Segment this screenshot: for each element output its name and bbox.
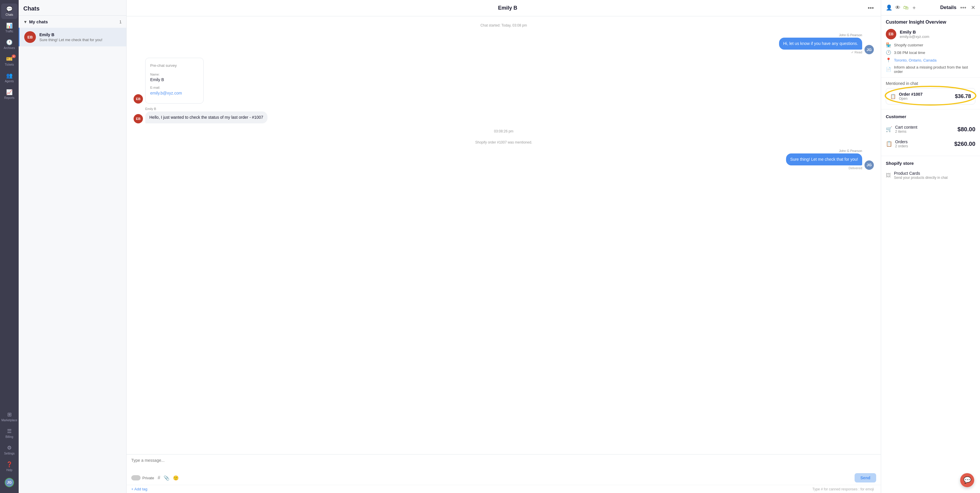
- sidebar-item-traffic[interactable]: 📊 Traffic: [1, 20, 18, 36]
- chat-name: Emily B: [40, 32, 122, 37]
- eye-icon[interactable]: 👁: [895, 5, 900, 11]
- survey-email-label: E-mail:: [150, 85, 199, 90]
- sidebar-item-reports[interactable]: 📈 Reports: [1, 87, 18, 102]
- chat-info: Emily B Sure thing! Let me check that fo…: [40, 32, 122, 42]
- attachment-icon[interactable]: 📎: [164, 475, 169, 481]
- survey-title: Pre-chat survey: [150, 63, 199, 68]
- chat-list-item[interactable]: EB Emily B Sure thing! Let me check that…: [19, 28, 126, 46]
- more-options-button[interactable]: •••: [868, 5, 874, 11]
- archives-icon: 🕐: [6, 39, 13, 46]
- order-icon: 📋: [890, 94, 896, 99]
- product-cards-icon: 🖼: [886, 172, 891, 178]
- sidebar-item-help[interactable]: ❓ Help: [1, 459, 18, 474]
- product-cards-row[interactable]: 🖼 Product Cards Send your products direc…: [886, 169, 975, 182]
- sidebar-item-label: Agents: [5, 80, 14, 83]
- local-time-row: 🕐 3:08 PM local time: [881, 49, 980, 56]
- add-icon[interactable]: ＋: [912, 4, 917, 11]
- message-content: John G Pearson Sure thing! Let me check …: [786, 149, 862, 170]
- chat-list-panel: Chats ▼ My chats 1 EB Emily B Sure thing…: [19, 0, 127, 493]
- sidebar-item-agents[interactable]: 👥 Agents: [1, 70, 18, 86]
- message-content: Pre-chat survey Name: Emily B E-mail: em…: [145, 58, 204, 103]
- shopify-customer-row: 🏪 Shopify customer: [881, 41, 980, 49]
- emoji-icon[interactable]: 🙂: [173, 475, 179, 481]
- message-bubble: Hi, let us know if you have any question…: [779, 38, 862, 49]
- my-chats-header[interactable]: ▼ My chats 1: [19, 16, 126, 28]
- chats-icon: 💬: [6, 6, 13, 12]
- sidebar-item-billing[interactable]: ☰ Billing: [1, 426, 18, 441]
- marketplace-icon: ⊞: [7, 411, 12, 418]
- order-amount: $36.78: [955, 93, 971, 100]
- local-time-label: 3:08 PM local time: [894, 51, 925, 55]
- survey-bubble: Pre-chat survey Name: Emily B E-mail: em…: [145, 58, 204, 103]
- agents-icon: 👥: [6, 72, 13, 79]
- toggle-switch[interactable]: [131, 475, 141, 480]
- sidebar-item-label: Traffic: [5, 30, 13, 33]
- customer-metrics-section: Customer 🛒 Cart content 2 items $80.00 📋…: [881, 112, 980, 153]
- order-card-wrapper: 📋 Order #1007 Open $36.78: [886, 88, 975, 105]
- message-row: EB Pre-chat survey Name: Emily B E-mail:…: [134, 58, 874, 103]
- message-sender: John G Pearson: [786, 149, 862, 153]
- metric-name: Orders: [895, 140, 951, 144]
- add-tag-row: + Add tag Type # for canned responses : …: [127, 485, 881, 493]
- metric-sub: 2 orders: [895, 144, 951, 148]
- my-chats-count: 1: [119, 19, 122, 24]
- sidebar-item-chats[interactable]: 💬 Chats: [1, 3, 18, 19]
- user-avatar-nav[interactable]: JG: [1, 476, 18, 490]
- add-tag-button[interactable]: + Add tag: [131, 487, 147, 491]
- insight-title: Customer Insight Overview: [881, 16, 980, 27]
- cart-metric: 🛒 Cart content 2 items $80.00: [886, 122, 975, 137]
- avatar: EB: [886, 29, 896, 40]
- sidebar-item-tickets[interactable]: 4 🎫 Tickets: [1, 53, 18, 69]
- metric-sub: 2 items: [895, 129, 955, 134]
- order-name: Order #1007: [899, 92, 952, 97]
- reports-icon: 📈: [6, 89, 13, 95]
- metric-name: Cart content: [895, 125, 955, 129]
- metric-info: Cart content 2 items: [895, 125, 955, 134]
- chat-preview: Sure thing! Let me check that for you!: [40, 38, 122, 42]
- private-label: Private: [142, 476, 154, 480]
- agent-avatar: JG: [864, 45, 874, 54]
- order-card[interactable]: 📋 Order #1007 Open $36.78: [886, 88, 975, 105]
- survey-email-value: emily.b@xyz.com: [150, 90, 199, 96]
- divider: [881, 77, 980, 78]
- customer-detail-info: Emily B emily.b@xyz.com: [900, 29, 929, 39]
- customer-avatar: EB: [134, 94, 143, 103]
- message-row: John G Pearson Sure thing! Let me check …: [134, 149, 874, 170]
- details-more-button[interactable]: •••: [960, 5, 966, 11]
- send-button[interactable]: Send: [854, 473, 876, 482]
- agent-avatar: JG: [864, 161, 874, 170]
- keyboard-hint: Type # for canned responses : for emoji: [148, 487, 876, 491]
- person-icon[interactable]: 👤: [886, 5, 892, 11]
- hashtag-icon[interactable]: #: [158, 475, 160, 480]
- metric-value: $80.00: [958, 126, 975, 133]
- message-status: ✓ Read: [779, 51, 862, 54]
- sidebar-item-archives[interactable]: 🕐 Archives: [1, 37, 18, 52]
- location-label[interactable]: Toronto, Ontario, Canada: [894, 58, 937, 62]
- private-toggle[interactable]: Private: [131, 475, 154, 480]
- message-bubble: Hello, I just wanted to check the status…: [145, 111, 267, 123]
- message-status: Delivered: [786, 166, 862, 170]
- tickets-badge: 4: [12, 54, 16, 58]
- time-divider: 03:08:26 pm: [134, 129, 874, 133]
- live-chat-button[interactable]: 💬: [960, 473, 974, 487]
- details-header: 👤 👁 🛍 ＋ Details ••• ✕: [881, 0, 980, 16]
- metric-info: Orders 2 orders: [895, 140, 951, 148]
- message-input[interactable]: [131, 458, 876, 470]
- traffic-icon: 📊: [6, 22, 13, 29]
- sidebar-item-marketplace[interactable]: ⊞ Marketplace: [1, 409, 18, 425]
- input-toolbar: Private # 📎 🙂 Send: [131, 473, 876, 482]
- note-text: Inform about a missing product from the …: [894, 65, 975, 74]
- details-close-button[interactable]: ✕: [971, 5, 975, 11]
- sidebar-item-settings[interactable]: ⚙ Settings: [1, 442, 18, 458]
- billing-icon: ☰: [7, 428, 12, 434]
- product-cards-info: Product Cards Send your products directl…: [894, 171, 975, 180]
- location-row: 📍 Toronto, Ontario, Canada: [881, 56, 980, 64]
- orders-icon: 📋: [886, 141, 892, 147]
- clock-icon: 🕐: [886, 50, 891, 55]
- details-action-icons: 👤 👁 🛍 ＋: [886, 4, 917, 11]
- customer-email: emily.b@xyz.com: [900, 34, 929, 39]
- message-row: EB Emily B Hello, I just wanted to check…: [134, 107, 874, 123]
- shopify-icon[interactable]: 🛍: [903, 5, 908, 11]
- sidebar-item-label: Marketplace: [2, 418, 17, 422]
- details-panel: 👤 👁 🛍 ＋ Details ••• ✕ Customer Insight O…: [881, 0, 980, 493]
